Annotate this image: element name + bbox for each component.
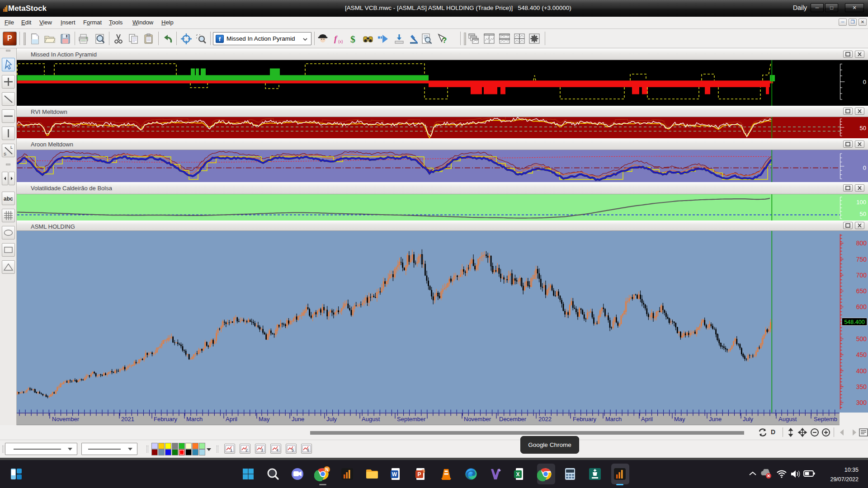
svg-text:X: X	[516, 471, 519, 478]
svg-text:750: 750	[856, 256, 867, 263]
svg-text:450: 450	[856, 351, 867, 358]
svg-text:50: 50	[860, 211, 866, 217]
svg-text:6: 6	[307, 448, 309, 452]
svg-text:N: N	[325, 467, 328, 472]
svg-text:350: 350	[856, 383, 867, 390]
svg-text:4: 4	[276, 448, 278, 452]
svg-text:0: 0	[863, 164, 866, 171]
svg-text:1: 1	[230, 448, 232, 452]
svg-text:abc: abc	[4, 196, 13, 202]
svg-text:5: 5	[292, 448, 294, 452]
svg-text:700: 700	[856, 272, 867, 279]
svg-text:300: 300	[856, 399, 867, 406]
svg-text:548.400: 548.400	[844, 319, 864, 325]
svg-text:W: W	[392, 471, 397, 478]
svg-text:f: f	[334, 34, 338, 43]
svg-text:?: ?	[442, 36, 447, 45]
svg-text:S: S	[4, 152, 6, 156]
svg-text:100: 100	[856, 199, 866, 206]
svg-text:800: 800	[856, 239, 867, 247]
svg-text:400: 400	[856, 367, 867, 375]
svg-text:L: L	[10, 145, 13, 150]
svg-text:0: 0	[863, 79, 866, 85]
svg-text:$: $	[350, 33, 355, 45]
svg-text:600: 600	[856, 303, 867, 310]
svg-text:(x): (x)	[338, 39, 343, 44]
svg-text:500: 500	[856, 335, 867, 343]
svg-text:P: P	[417, 471, 421, 478]
svg-text:650: 650	[856, 287, 867, 295]
svg-text:2: 2	[245, 448, 248, 452]
svg-text:3: 3	[261, 448, 263, 452]
svg-text:50: 50	[860, 125, 866, 131]
